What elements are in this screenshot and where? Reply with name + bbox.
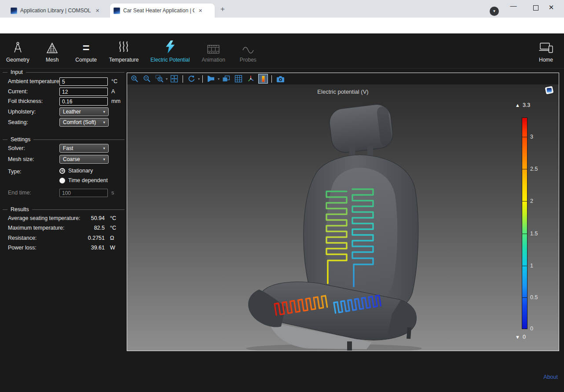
tab-title: Car Seat Heater Application | CO xyxy=(123,7,194,14)
power-loss-unit: W xyxy=(110,245,115,251)
geometry-icon xyxy=(12,39,24,54)
car-seat-3d-render xyxy=(127,84,559,351)
color-legend-toggle[interactable] xyxy=(259,74,267,83)
compute-equals-icon: = xyxy=(83,39,90,54)
comsol-favicon-icon xyxy=(11,7,17,14)
colorbar-tick: 3 xyxy=(522,134,533,140)
browser-tab-active[interactable]: Car Seat Heater Application | CO ✕ xyxy=(110,4,215,18)
ribbon-mesh-button[interactable]: Mesh xyxy=(41,39,63,63)
ribbon-home-button[interactable]: Home xyxy=(535,39,557,63)
projection-caret-icon[interactable]: ▾ xyxy=(218,77,220,81)
ambient-temperature-label: Ambient temperature: xyxy=(8,78,61,84)
seating-label: Seating: xyxy=(8,119,28,125)
home-devices-icon xyxy=(539,39,553,54)
radio-unselected-icon[interactable] xyxy=(59,178,65,183)
snapshot-button[interactable] xyxy=(276,74,285,83)
type-label: Type: xyxy=(8,169,22,175)
browser-tab-strip: Application Library | COMSOL Se ✕ Car Se… xyxy=(0,0,564,18)
browser-tab-inactive[interactable]: Application Library | COMSOL Se ✕ xyxy=(7,4,108,18)
probes-wave-icon xyxy=(242,39,254,54)
radio-selected-icon[interactable] xyxy=(59,168,65,174)
triangle-up-icon: ▲ xyxy=(515,103,520,108)
comsol-favicon-icon xyxy=(114,7,120,14)
ribbon-compute-button[interactable]: = Compute xyxy=(75,39,97,63)
animation-film-icon xyxy=(207,39,220,54)
chevron-down-icon: ▾ xyxy=(103,110,105,114)
power-loss-value: 39.61 xyxy=(65,245,105,251)
ribbon-electric-potential-button[interactable]: Electric Potential xyxy=(150,39,190,63)
colorbar-tick: 0.5 xyxy=(522,294,538,300)
max-temp-value: 82.5 xyxy=(65,225,105,231)
window-close-button[interactable]: ✕ xyxy=(545,4,558,11)
zoom-out-button[interactable] xyxy=(143,74,151,83)
reset-view-caret-icon[interactable]: ▾ xyxy=(198,77,200,81)
toolbar-separator xyxy=(271,75,272,83)
transparency-button[interactable] xyxy=(222,74,231,83)
ribbon-animation-button[interactable]: Animation xyxy=(201,39,225,63)
solver-label: Solver: xyxy=(8,145,25,151)
colorbar-min-value: 0 xyxy=(523,334,526,340)
electric-potential-bolt-icon xyxy=(165,39,175,54)
graphics-toolbar: ▾ ▾ ▾ xyxy=(127,73,559,84)
zoom-extents-button[interactable] xyxy=(170,74,179,83)
tab-search-button[interactable]: ▼ xyxy=(490,7,499,16)
new-tab-button[interactable]: + xyxy=(220,5,225,14)
power-loss-label: Power loss: xyxy=(8,245,37,251)
radio-stationary[interactable]: Stationary xyxy=(59,168,93,174)
end-time-label: End time: xyxy=(8,190,31,196)
resistance-unit: Ω xyxy=(110,235,114,241)
ambient-temperature-unit: °C xyxy=(111,78,117,84)
sidebar: Input Ambient temperature: °C Current: A… xyxy=(0,69,127,392)
ribbon-temperature-button[interactable]: Temperature xyxy=(109,39,139,63)
current-input[interactable] xyxy=(59,88,108,96)
zoom-in-button[interactable] xyxy=(130,74,139,83)
max-temp-label: Maximum temperature: xyxy=(8,225,65,231)
orientation-axes-button[interactable] xyxy=(246,74,255,83)
toolbar-separator xyxy=(202,75,203,83)
settings-section-header: Settings xyxy=(3,136,125,143)
window-maximize-button[interactable] xyxy=(533,5,538,11)
colorbar-max-value: 3.3 xyxy=(523,102,530,108)
zoom-box-button[interactable] xyxy=(155,74,164,83)
tab-close-icon[interactable]: ✕ xyxy=(198,8,203,14)
colorbar-tick: 2.5 xyxy=(522,166,538,172)
app-ribbon: Geometry Mesh = Compute Temperature Elec… xyxy=(0,33,564,69)
foil-thickness-label: Foil thickness: xyxy=(8,98,43,104)
resistance-value: 0.2751 xyxy=(65,235,105,241)
ambient-temperature-input[interactable] xyxy=(59,77,108,86)
plot-canvas[interactable]: Electric potential (V) xyxy=(127,84,559,351)
browser-toolbar: ← → ⌂ comsol.com/server-demo/app/car_sea… xyxy=(0,18,564,33)
current-unit: A xyxy=(111,88,115,95)
colorbar-max-marker: ▲ 3.3 xyxy=(515,102,530,108)
zoom-box-caret-icon[interactable]: ▾ xyxy=(166,77,168,81)
foil-thickness-input[interactable] xyxy=(59,97,108,106)
graphics-panel: ▾ ▾ ▾ xyxy=(127,73,559,351)
foil-thickness-unit: mm xyxy=(111,98,121,104)
seating-dropdown[interactable]: Comfort (Soft) ▾ xyxy=(59,118,109,127)
grid-button[interactable] xyxy=(234,74,243,83)
comsol-app: Geometry Mesh = Compute Temperature Elec… xyxy=(0,33,564,392)
resistance-label: Resistance: xyxy=(8,235,37,241)
chevron-down-icon: ▾ xyxy=(103,146,105,150)
window-minimize-button[interactable]: — xyxy=(507,2,520,9)
colorbar-tick: 2 xyxy=(522,198,533,204)
results-section-header: Results xyxy=(3,206,125,212)
upholstery-dropdown[interactable]: Leather ▾ xyxy=(59,107,109,116)
mesh-size-dropdown[interactable]: Coarse ▾ xyxy=(59,155,109,164)
colorbar-tick: 1.5 xyxy=(522,231,538,237)
ribbon-geometry-button[interactable]: Geometry xyxy=(6,39,29,63)
max-temp-unit: °C xyxy=(110,225,116,231)
radio-time-dependent[interactable]: Time dependent xyxy=(59,177,108,183)
tab-close-icon[interactable]: ✕ xyxy=(95,8,100,14)
tab-title: Application Library | COMSOL Se xyxy=(20,7,92,14)
temperature-waves-icon xyxy=(118,39,129,54)
colorbar-tick: 0 xyxy=(522,326,533,332)
about-link[interactable]: About xyxy=(543,374,558,380)
projection-button[interactable] xyxy=(207,74,216,83)
ribbon-probes-button[interactable]: Probes xyxy=(237,39,259,63)
input-section-header: Input xyxy=(3,69,125,75)
avg-seating-temp-value: 50.94 xyxy=(65,215,105,221)
reset-view-button[interactable] xyxy=(187,74,196,83)
avg-seating-temp-unit: °C xyxy=(110,215,116,221)
solver-dropdown[interactable]: Fast ▾ xyxy=(59,144,109,153)
